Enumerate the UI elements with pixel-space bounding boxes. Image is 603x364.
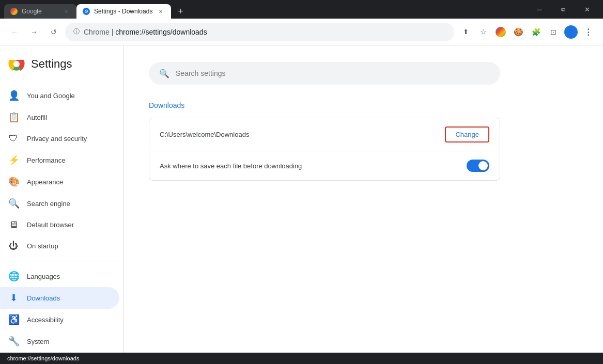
sidebar-item-languages[interactable]: 🌐 Languages bbox=[0, 265, 119, 287]
sidebar-item-label-autofill: Autofill bbox=[27, 114, 47, 121]
you-and-google-icon: 👤 bbox=[8, 90, 19, 101]
sidebar-item-privacy-security[interactable]: 🛡 Privacy and security bbox=[0, 128, 119, 149]
sidebar-item-system[interactable]: 🔧 System bbox=[0, 330, 119, 352]
main-panel: 🔍 Downloads C:\Users\welcome\Downloads C… bbox=[124, 45, 603, 353]
extension-google-button[interactable] bbox=[492, 24, 509, 40]
tab-close-google[interactable]: ✕ bbox=[62, 7, 70, 15]
tab-close-settings[interactable]: ✕ bbox=[157, 7, 165, 15]
sidebar-item-appearance[interactable]: 🎨 Appearance bbox=[0, 171, 119, 193]
svg-point-2 bbox=[13, 61, 20, 67]
sidebar-nav: 👤 You and Google 📋 Autofill 🛡 Privacy an… bbox=[0, 81, 123, 353]
sidebar: Settings 👤 You and Google 📋 Autofill 🛡 P… bbox=[0, 45, 124, 353]
window-minimize[interactable]: ─ bbox=[528, 0, 551, 19]
sidebar-item-label-languages: Languages bbox=[27, 273, 60, 280]
nav-bar: ← → ↺ ⓘ Chrome | chrome://settings/downl… bbox=[0, 19, 603, 45]
default-browser-icon: 🖥 bbox=[8, 219, 19, 230]
sidebar-item-label-appearance: Appearance bbox=[27, 178, 63, 186]
autofill-icon: 📋 bbox=[8, 112, 19, 123]
sidebar-item-autofill[interactable]: 📋 Autofill bbox=[0, 106, 119, 128]
window-restore[interactable]: ⧉ bbox=[551, 0, 575, 19]
sidebar-item-default-browser[interactable]: 🖥 Default browser bbox=[0, 214, 119, 235]
sidebar-item-label-system: System bbox=[27, 338, 49, 345]
sidebar-item-you-and-google[interactable]: 👤 You and Google bbox=[0, 85, 119, 106]
bookmark-button[interactable]: ☆ bbox=[475, 24, 491, 40]
ask-label: Ask where to save each file before downl… bbox=[160, 162, 467, 170]
sidebar-toggle-button[interactable]: ⊡ bbox=[545, 24, 562, 40]
sidebar-item-label-downloads: Downloads bbox=[27, 294, 60, 302]
performance-icon: ⚡ bbox=[8, 154, 19, 166]
ask-toggle[interactable] bbox=[467, 160, 489, 172]
download-path: C:\Users\welcome\Downloads bbox=[160, 131, 445, 138]
sidebar-item-label-privacy: Privacy and security bbox=[27, 135, 87, 143]
settings-card: C:\Users\welcome\Downloads Change Ask wh… bbox=[149, 118, 500, 181]
share-button[interactable]: ⬆ bbox=[457, 24, 474, 40]
address-bar-text: Chrome | chrome://settings/downloads bbox=[84, 28, 446, 36]
address-url: chrome://settings/downloads bbox=[115, 28, 207, 36]
search-bar[interactable]: 🔍 bbox=[149, 62, 500, 85]
settings-row-ask: Ask where to save each file before downl… bbox=[149, 151, 500, 180]
privacy-icon: 🛡 bbox=[8, 133, 19, 144]
nav-right-icons: ⬆ ☆ 🍪 🧩 ⊡ 👤 ⋮ bbox=[457, 24, 597, 40]
settings-row-path: C:\Users\welcome\Downloads Change bbox=[149, 118, 500, 151]
toggle-slider bbox=[467, 160, 489, 172]
sidebar-item-label-accessibility: Accessibility bbox=[27, 316, 64, 324]
cookies-button[interactable]: 🍪 bbox=[510, 24, 527, 40]
sidebar-item-downloads[interactable]: ⬇ Downloads bbox=[0, 287, 119, 309]
appearance-icon: 🎨 bbox=[8, 176, 19, 187]
nav-back-button[interactable]: ← bbox=[6, 24, 23, 40]
tab-title-settings: Settings - Downloads bbox=[94, 8, 152, 15]
tab-favicon-google bbox=[10, 8, 18, 15]
address-prefix: Chrome | bbox=[84, 28, 115, 36]
section-title: Downloads bbox=[149, 101, 578, 109]
sidebar-item-label-default-browser: Default browser bbox=[27, 221, 74, 229]
profile-button[interactable]: 👤 bbox=[563, 24, 579, 40]
nav-forward-button[interactable]: → bbox=[26, 24, 42, 40]
system-icon: 🔧 bbox=[8, 336, 19, 347]
accessibility-icon: ♿ bbox=[8, 314, 19, 325]
address-lock-icon: ⓘ bbox=[73, 27, 80, 36]
search-engine-icon: 🔍 bbox=[8, 198, 19, 209]
new-tab-button[interactable]: + bbox=[173, 4, 188, 19]
window-controls: ─ ⧉ ✕ bbox=[523, 0, 603, 19]
tabs-area: Google ✕ ⚙ Settings - Downloads ✕ + bbox=[0, 1, 523, 19]
languages-icon: 🌐 bbox=[8, 271, 19, 282]
extensions-button[interactable]: 🧩 bbox=[528, 24, 544, 40]
status-bar: chrome://settings/downloads bbox=[0, 353, 603, 364]
sidebar-item-label-on-startup: On startup bbox=[27, 242, 58, 250]
tab-favicon-settings: ⚙ bbox=[83, 8, 90, 15]
chrome-logo-icon bbox=[8, 56, 25, 72]
change-button[interactable]: Change bbox=[445, 126, 489, 143]
profile-avatar: 👤 bbox=[564, 25, 578, 39]
search-icon: 🔍 bbox=[159, 69, 169, 78]
sidebar-header: Settings bbox=[0, 45, 123, 81]
address-bar[interactable]: ⓘ Chrome | chrome://settings/downloads bbox=[65, 23, 454, 41]
browser-frame: Google ✕ ⚙ Settings - Downloads ✕ + ─ ⧉ … bbox=[0, 0, 603, 364]
window-close[interactable]: ✕ bbox=[575, 0, 599, 19]
tab-google[interactable]: Google ✕ bbox=[4, 4, 76, 19]
settings-title: Settings bbox=[31, 57, 72, 71]
sidebar-item-search-engine[interactable]: 🔍 Search engine bbox=[0, 193, 119, 214]
sidebar-divider-1 bbox=[0, 261, 123, 261]
downloads-icon: ⬇ bbox=[8, 292, 19, 304]
sidebar-item-accessibility[interactable]: ♿ Accessibility bbox=[0, 309, 119, 330]
title-bar: Google ✕ ⚙ Settings - Downloads ✕ + ─ ⧉ … bbox=[0, 0, 603, 19]
sidebar-item-label-performance: Performance bbox=[27, 156, 65, 164]
tab-title-google: Google bbox=[22, 8, 58, 15]
menu-button[interactable]: ⋮ bbox=[580, 24, 597, 40]
sidebar-item-label-you-and-google: You and Google bbox=[27, 92, 75, 100]
search-input[interactable] bbox=[176, 69, 490, 77]
nav-reload-button[interactable]: ↺ bbox=[45, 24, 62, 40]
on-startup-icon: ⏻ bbox=[8, 241, 19, 251]
status-url: chrome://settings/downloads bbox=[4, 354, 82, 362]
content-area: Settings 👤 You and Google 📋 Autofill 🛡 P… bbox=[0, 45, 603, 353]
search-bar-container: 🔍 bbox=[149, 62, 578, 85]
sidebar-item-performance[interactable]: ⚡ Performance bbox=[0, 149, 119, 171]
sidebar-item-label-search-engine: Search engine bbox=[27, 200, 70, 208]
tab-settings[interactable]: ⚙ Settings - Downloads ✕ bbox=[76, 4, 171, 19]
sidebar-item-on-startup[interactable]: ⏻ On startup bbox=[0, 235, 119, 257]
